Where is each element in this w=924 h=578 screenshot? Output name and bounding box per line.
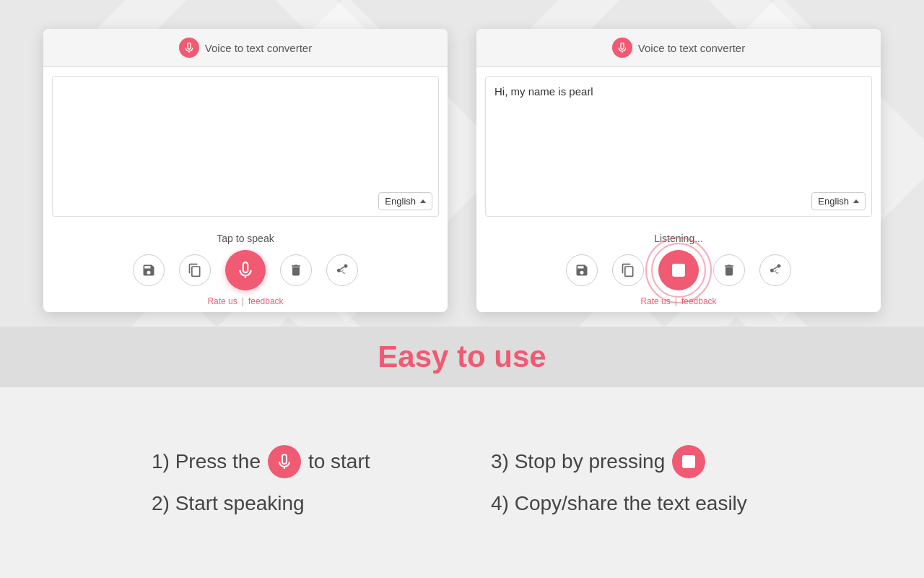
app-body-right: Hi, my name is pearl English (476, 67, 881, 225)
language-dropdown-left[interactable]: English (378, 192, 432, 210)
rate-row-left: Rate us | feedback (207, 296, 283, 306)
inline-stop-square (682, 455, 695, 468)
app-header-title-left: Voice to text converter (205, 42, 312, 54)
chevron-up-icon-left (420, 199, 426, 203)
chevron-up-icon-right (853, 199, 859, 203)
instruction-2: 2) Start speaking (152, 487, 433, 520)
mic-header-icon-right (612, 38, 632, 58)
instruction-3: 3) Stop by pressing (491, 445, 772, 478)
top-section: Voice to text converter English Tap to s… (0, 0, 924, 327)
instruction-3-text: 3) Stop by pressing (491, 450, 665, 473)
instruction-2-text: 2) Start speaking (152, 492, 305, 515)
instructions-grid: 1) Press the to start 3) Stop by pressin… (65, 431, 859, 535)
language-label-left: English (385, 196, 416, 207)
instruction-4-text: 4) Copy/share the text easily (491, 492, 747, 515)
main-container: Voice to text converter English Tap to s… (0, 0, 924, 578)
app-card-idle: Voice to text converter English Tap to s… (43, 29, 448, 312)
text-content-right: Hi, my name is pearl (486, 77, 871, 108)
app-card-listening: Voice to text converter Hi, my name is p… (476, 29, 881, 312)
controls-right (566, 250, 791, 290)
copy-button-left[interactable] (179, 254, 211, 286)
app-footer-right: Listening... (476, 225, 881, 312)
easy-banner: Easy to use (0, 327, 924, 387)
feedback-link-left[interactable]: feedback (248, 296, 284, 306)
app-header-right: Voice to text converter (476, 29, 881, 67)
instruction-1: 1) Press the to start (152, 445, 433, 478)
inline-mic-icon-1 (268, 445, 301, 478)
mic-start-button-left[interactable] (225, 250, 266, 290)
language-dropdown-right[interactable]: English (811, 192, 866, 210)
text-area-left: English (52, 76, 439, 217)
save-button-right[interactable] (566, 254, 598, 286)
text-content-left (53, 77, 438, 91)
app-body-left: English (43, 67, 448, 225)
status-text-left: Tap to speak (217, 233, 274, 244)
copy-button-right[interactable] (612, 254, 644, 286)
inline-stop-icon (672, 445, 705, 478)
instruction-1-text: 1) Press the (152, 450, 261, 473)
mic-header-icon-left (179, 38, 199, 58)
share-button-left[interactable] (326, 254, 358, 286)
separator-left: | (242, 296, 244, 306)
easy-title: Easy to use (378, 340, 546, 374)
language-label-right: English (818, 196, 849, 207)
delete-button-right[interactable] (713, 254, 745, 286)
save-button-left[interactable] (133, 254, 165, 286)
controls-left (133, 250, 358, 290)
rate-link-left[interactable]: Rate us (207, 296, 237, 306)
share-button-right[interactable] (759, 254, 791, 286)
bottom-section: Easy to use 1) Press the to start 3) Sto… (0, 327, 924, 578)
app-header-left: Voice to text converter (43, 29, 448, 67)
mic-stop-button-right[interactable] (658, 250, 699, 290)
instructions-section: 1) Press the to start 3) Stop by pressin… (0, 387, 924, 578)
delete-button-left[interactable] (280, 254, 312, 286)
instruction-1-suffix: to start (308, 450, 370, 473)
app-footer-left: Tap to speak (43, 225, 448, 312)
text-area-right: Hi, my name is pearl English (485, 76, 872, 217)
instruction-4: 4) Copy/share the text easily (491, 487, 772, 520)
stop-icon (672, 264, 685, 277)
app-header-title-right: Voice to text converter (638, 42, 745, 54)
